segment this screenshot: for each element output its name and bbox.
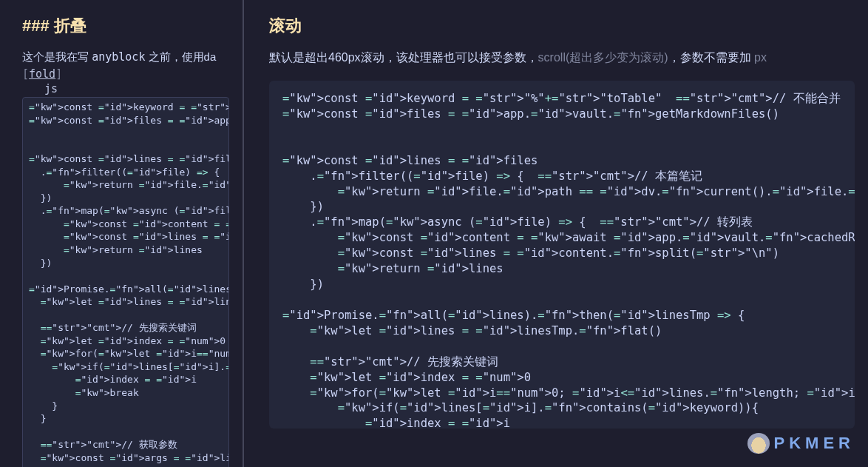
fold-label: fold: [29, 67, 55, 81]
right-description: 默认是超出460px滚动，该处理器也可以接受参数，scroll(超出多少变为滚动…: [269, 50, 855, 66]
pkmer-logo: PKMER: [747, 433, 855, 454]
pkmer-logo-icon: [747, 433, 770, 454]
left-js-label: js: [44, 82, 229, 95]
right-desc-p2: ，参数不需要加: [668, 51, 754, 64]
right-heading: 滚动: [269, 15, 855, 37]
right-desc-px: px: [754, 51, 767, 64]
right-panel: 滚动 默认是超出460px滚动，该处理器也可以接受参数，scroll(超出多少变…: [244, 0, 868, 467]
left-code-block[interactable]: ="kw">const ="id">keyword = ="str">"%"+=…: [22, 97, 229, 467]
left-fold-marker: [fold]: [22, 67, 229, 81]
left-desc-prefix: 这个是我在写: [22, 50, 92, 63]
right-desc-p1: 默认是超出460px滚动，该处理器也可以接受参数，: [269, 51, 538, 64]
right-desc-faded: scroll(超出多少变为滚动): [538, 51, 668, 64]
pkmer-logo-text: PKMER: [774, 434, 855, 453]
left-description: 这个是我在写 anyblock 之前，使用da: [22, 50, 229, 64]
left-heading: ### 折叠: [22, 15, 229, 37]
left-desc-suffix: 之前，使用da: [145, 50, 216, 63]
right-code-block[interactable]: ="kw">const ="id">keyword = ="str">"%"+=…: [269, 81, 855, 429]
left-desc-code: anyblock: [92, 50, 145, 64]
left-panel: ### 折叠 这个是我在写 anyblock 之前，使用da [fold] js…: [0, 0, 244, 467]
